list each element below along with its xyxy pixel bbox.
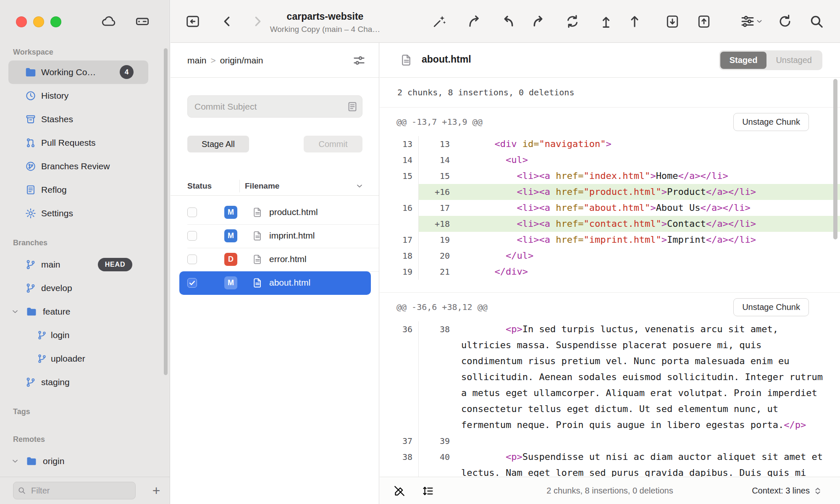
- sidebar-item-pull-requests[interactable]: Pull Requests: [0, 131, 170, 155]
- folder-icon: [23, 66, 38, 79]
- file-row[interactable]: M product.html: [171, 201, 379, 224]
- commit-panel: main > origin/main Stage All Commit Stat…: [171, 43, 379, 504]
- context-lines-control[interactable]: Context: 3 lines: [752, 477, 822, 504]
- traffic-light-minimize[interactable]: [33, 16, 44, 27]
- diff-scrollbar[interactable]: [833, 79, 837, 239]
- breadcrumb-local-branch[interactable]: main: [187, 55, 207, 66]
- chevron-down-icon[interactable]: [11, 307, 19, 316]
- unstage-chunk-button[interactable]: Unstage Chunk: [733, 113, 809, 131]
- pull-request-icon: [23, 137, 38, 149]
- drive-icon: [134, 13, 151, 30]
- cloud-button[interactable]: [100, 13, 117, 30]
- arrow-up-icon: [627, 13, 643, 29]
- file-checkbox[interactable]: [187, 207, 197, 217]
- sidebar-item-branches-review[interactable]: Branches Review: [0, 155, 170, 178]
- sidebar-branch-uploader[interactable]: uploader: [0, 347, 170, 370]
- file-icon: [252, 207, 263, 218]
- sliders-icon: [740, 13, 756, 29]
- commit-subject-input[interactable]: [187, 95, 362, 118]
- sync-button[interactable]: [564, 13, 581, 30]
- diff-line: +16 <li><a href="product.html">Product</…: [380, 184, 840, 200]
- open-repository-button[interactable]: [184, 13, 201, 30]
- file-checkbox-checked[interactable]: [187, 278, 197, 288]
- sidebar: Workspace Working Co… 4 History Stashes …: [0, 0, 170, 504]
- branch-icon: [23, 259, 38, 270]
- add-button[interactable]: +: [148, 481, 165, 500]
- sidebar-branch-develop[interactable]: develop: [0, 276, 170, 300]
- sidebar-remote-origin[interactable]: origin: [0, 449, 170, 473]
- diff-line: 1617 <li><a href="about.html">About Us</…: [380, 200, 840, 216]
- stage-all-button[interactable]: Stage All: [187, 136, 249, 152]
- drive-button[interactable]: [134, 13, 151, 30]
- sidebar-branch-login[interactable]: login: [0, 323, 170, 347]
- status-column-header[interactable]: Status: [187, 176, 212, 196]
- file-row-selected[interactable]: M about.html: [171, 271, 379, 295]
- sidebar-branch-folder-feature[interactable]: feature: [0, 300, 170, 323]
- filter-input[interactable]: [13, 482, 136, 499]
- diff-chunks: @@ -13,7 +13,9 @@Unstage Chunk1313 <div …: [380, 107, 840, 494]
- sidebar-branch-staging[interactable]: staging: [0, 370, 170, 394]
- sidebar-branch-main[interactable]: main HEAD: [0, 253, 170, 276]
- quick-actions-button[interactable]: [431, 13, 448, 30]
- document-icon: [23, 184, 38, 196]
- apply-stash-button[interactable]: [696, 13, 712, 30]
- tab-staged[interactable]: Staged: [720, 52, 767, 69]
- view-options-button[interactable]: [738, 13, 765, 30]
- commit-button[interactable]: Commit: [304, 136, 362, 152]
- diff-chunk: @@ -13,7 +13,9 @@Unstage Chunk1313 <div …: [380, 107, 840, 292]
- refresh-icon: [777, 13, 793, 29]
- breadcrumb-upstream-branch[interactable]: origin/main: [220, 55, 263, 66]
- tab-unstaged[interactable]: Unstaged: [766, 52, 821, 69]
- branch-icon: [34, 330, 50, 341]
- undo-button[interactable]: [499, 13, 516, 30]
- arrow-hook-right-icon: [531, 13, 547, 29]
- section-header-workspace: Workspace: [13, 44, 53, 60]
- search-icon: [17, 486, 26, 495]
- sidebar-scrollbar[interactable]: [164, 48, 168, 375]
- change-count-badge: 4: [120, 65, 134, 79]
- section-header-branches: Branches: [13, 234, 47, 252]
- search-button[interactable]: [808, 13, 825, 30]
- unstage-chunk-button[interactable]: Unstage Chunk: [733, 298, 809, 316]
- wand-sparkles-icon: [431, 13, 447, 29]
- chunk-range: @@ -13,7 +13,9 @@: [396, 117, 483, 127]
- file-checkbox[interactable]: [187, 231, 197, 241]
- chevron-down-icon[interactable]: [11, 457, 19, 465]
- traffic-light-zoom[interactable]: [50, 16, 61, 27]
- diff-file-title: about.html: [422, 54, 471, 65]
- arrow-up-button[interactable]: [626, 13, 643, 30]
- diff-line: 1820 </ul>: [380, 248, 840, 264]
- sidebar-item-label: History: [41, 91, 68, 101]
- section-header-tags: Tags: [13, 402, 30, 421]
- file-row[interactable]: M imprint.html: [171, 224, 379, 248]
- diff-line: 3638 <p>In sed turpis luctus, venenatis …: [380, 321, 840, 433]
- chevron-up-down-icon[interactable]: [813, 486, 822, 496]
- file-row[interactable]: D error.html: [171, 248, 379, 271]
- file-checkbox[interactable]: [187, 255, 197, 264]
- sidebar-item-working-copy[interactable]: Working Co… 4: [0, 60, 170, 84]
- chevron-down-icon[interactable]: [355, 182, 364, 190]
- checkout-button[interactable]: [466, 13, 483, 30]
- push-button[interactable]: [598, 13, 614, 30]
- refresh-button[interactable]: [777, 13, 793, 30]
- document-text-icon[interactable]: [346, 101, 358, 113]
- sidebar-item-reflog[interactable]: Reflog: [0, 178, 170, 202]
- sidebar-filter-bar: +: [0, 477, 170, 504]
- stash-button[interactable]: [664, 13, 681, 30]
- sidebar-item-stashes[interactable]: Stashes: [0, 108, 170, 131]
- diff-line: +18 <li><a href="contact.html">Contact</…: [380, 216, 840, 232]
- redo-button[interactable]: [531, 13, 548, 30]
- sidebar-item-label: Working Co…: [41, 67, 96, 77]
- sidebar-item-settings[interactable]: Settings: [0, 202, 170, 225]
- filter-options-button[interactable]: [350, 52, 368, 69]
- sidebar-item-history[interactable]: History: [0, 84, 170, 108]
- clock-icon: [23, 90, 38, 102]
- sliders-icon: [352, 53, 366, 68]
- filename-column-header[interactable]: Filename: [245, 176, 279, 196]
- folder-icon: [24, 306, 39, 318]
- traffic-light-close[interactable]: [16, 16, 27, 27]
- folder-icon: [24, 455, 39, 467]
- file-icon: [400, 53, 413, 67]
- back-button[interactable]: [219, 13, 236, 30]
- branch-label: develop: [41, 283, 72, 293]
